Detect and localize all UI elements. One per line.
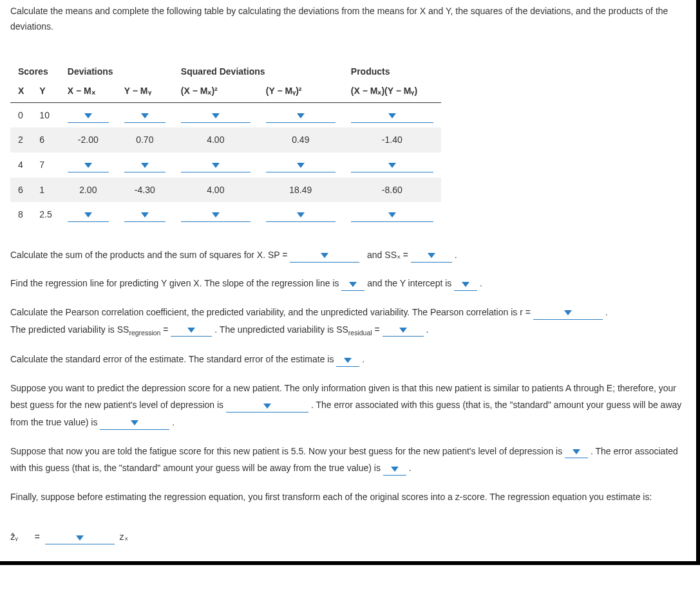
- dropdown-r[interactable]: [533, 307, 603, 320]
- table-row: 010: [10, 102, 441, 127]
- text: =: [160, 324, 168, 335]
- cell-prod: -8.60: [343, 178, 441, 203]
- th-xdev: X − Mₓ: [60, 80, 117, 102]
- caret-down-icon: [428, 253, 435, 258]
- th-deviations: Deviations: [60, 60, 173, 80]
- q-se: Calculate the standard error of the esti…: [10, 351, 686, 368]
- dropdown-cell[interactable]: [351, 110, 433, 123]
- cell-y: 1: [32, 178, 59, 203]
- dropdown-cell[interactable]: [351, 160, 433, 172]
- cell-ydev2: [258, 153, 343, 178]
- cell-ydev: [117, 153, 173, 178]
- caret-down-icon: [388, 113, 396, 118]
- cell-xdev2: 4.00: [173, 178, 258, 203]
- dropdown-intercept[interactable]: [454, 278, 477, 291]
- caret-down-icon: [399, 328, 407, 333]
- cell-prod: [343, 202, 441, 227]
- th-sqdev: Squared Deviations: [173, 60, 343, 80]
- caret-down-icon: [388, 163, 396, 168]
- dropdown-cell[interactable]: [124, 209, 166, 222]
- cell-xdev: [60, 153, 117, 178]
- cell-y: 2.5: [32, 202, 59, 227]
- cell-ydev2: 0.49: [258, 127, 343, 153]
- text: and the Y intercept is: [367, 278, 451, 288]
- dropdown-cell[interactable]: [68, 209, 109, 222]
- dropdown-bestguess[interactable]: [226, 400, 308, 413]
- caret-down-icon: [297, 212, 305, 218]
- dropdown-ssreg[interactable]: [171, 324, 212, 337]
- q-zscore-text: Finally, suppose before estimating the r…: [10, 488, 686, 506]
- dropdown-cell[interactable]: [68, 110, 109, 123]
- dropdown-cell[interactable]: [181, 209, 251, 222]
- text: Calculate the Pearson correlation coeffi…: [10, 307, 531, 317]
- cell-ydev2: 18.49: [258, 178, 343, 203]
- table-row: 26-2.000.704.000.49-1.40: [10, 127, 441, 153]
- intro-text: Calculate the means and complete the fol…: [10, 4, 686, 35]
- cell-xdev: -2.00: [60, 127, 117, 153]
- dropdown-cell[interactable]: [124, 110, 166, 123]
- caret-down-icon: [297, 113, 305, 118]
- cell-prod: [343, 102, 441, 127]
- cell-xdev2: 4.00: [173, 127, 258, 153]
- text: Find the regression line for predicting …: [10, 278, 339, 288]
- cell-xdev2: [173, 102, 258, 127]
- caret-down-icon: [572, 449, 580, 454]
- q-pearson: Calculate the Pearson correlation coeffi…: [10, 304, 686, 339]
- dropdown-cell[interactable]: [124, 160, 166, 172]
- dropdown-zslope[interactable]: [45, 532, 115, 544]
- th-products: Products: [343, 60, 441, 80]
- zx-label: zₓ: [120, 532, 128, 542]
- caret-down-icon: [84, 163, 92, 168]
- text: .: [172, 417, 175, 427]
- text: .: [362, 354, 364, 364]
- caret-down-icon: [84, 212, 92, 218]
- cell-xdev: [60, 202, 117, 227]
- cell-x: 8: [10, 202, 32, 227]
- cell-y: 10: [32, 102, 59, 127]
- th-scores: Scores: [10, 60, 60, 80]
- th-xdev2: (X − Mₓ)²: [173, 80, 258, 102]
- dropdown-cell[interactable]: [351, 209, 433, 222]
- th-prod: (X − Mₓ)(Y − Mᵧ): [343, 80, 441, 102]
- q-fatigue: Suppose that now you are told the fatigu…: [10, 443, 686, 477]
- dropdown-cell[interactable]: [181, 160, 251, 172]
- cell-xdev2: [173, 202, 258, 227]
- caret-down-icon: [141, 212, 149, 218]
- text: . The unpredicted variability is SS: [214, 324, 348, 335]
- cell-xdev: [60, 102, 117, 127]
- cell-ydev: [117, 202, 173, 227]
- dropdown-se[interactable]: [336, 354, 359, 367]
- dropdown-ssx[interactable]: [411, 250, 452, 263]
- cell-ydev: -4.30: [117, 178, 173, 203]
- q-regression: Find the regression line for predicting …: [10, 275, 686, 292]
- text: .: [455, 250, 457, 260]
- dropdown-error1[interactable]: [100, 417, 169, 430]
- cell-ydev2: [258, 102, 343, 127]
- text: .: [426, 324, 428, 335]
- dropdown-slope[interactable]: [341, 278, 364, 291]
- text: Calculate the sum of the products and th…: [10, 250, 287, 260]
- dropdown-cell[interactable]: [266, 209, 336, 222]
- caret-down-icon: [564, 310, 572, 315]
- dropdown-error2[interactable]: [383, 463, 406, 476]
- question-page: Calculate the means and complete the fol…: [0, 0, 700, 565]
- table-row: 82.5: [10, 202, 441, 227]
- sub: residual: [348, 328, 372, 336]
- table-row: 47: [10, 153, 441, 178]
- cell-ydev2: [258, 202, 343, 227]
- dropdown-bestguess2[interactable]: [565, 446, 588, 459]
- cell-xdev2: [173, 153, 258, 178]
- caret-down-icon: [187, 328, 195, 333]
- text: The predicted variability is SS: [10, 324, 129, 335]
- cell-x: 2: [10, 127, 32, 153]
- dropdown-cell[interactable]: [266, 160, 336, 172]
- dropdown-cell[interactable]: [181, 110, 251, 123]
- dropdown-cell[interactable]: [68, 160, 109, 172]
- dropdown-cell[interactable]: [266, 110, 336, 123]
- dropdown-sp[interactable]: [290, 250, 359, 263]
- caret-down-icon: [131, 420, 138, 425]
- z-regression-equation: ẑᵧ = zₓ: [10, 528, 686, 546]
- dropdown-ssres[interactable]: [383, 324, 424, 337]
- deviations-table: Scores Deviations Squared Deviations Pro…: [10, 60, 441, 227]
- caret-down-icon: [462, 282, 469, 287]
